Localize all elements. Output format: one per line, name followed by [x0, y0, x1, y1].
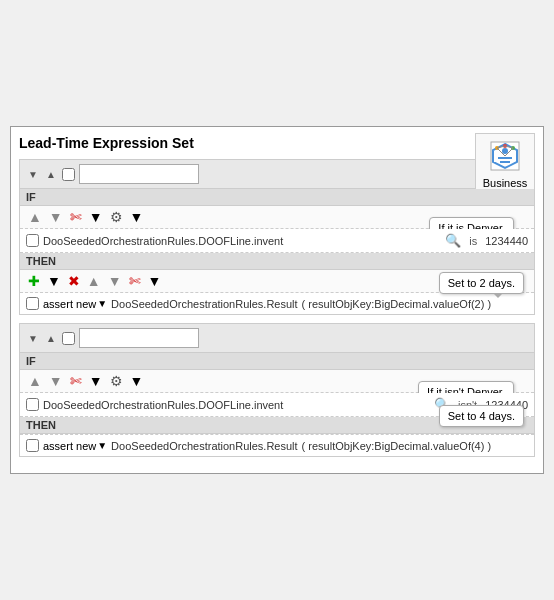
rule-2-if-down-btn[interactable]: ▼	[47, 373, 65, 389]
rule-2-then-tooltip: Set to 4 days.	[439, 405, 524, 427]
rule-2-assert-row: assert new ▼ DooSeededOrchestrationRules…	[20, 434, 534, 456]
rule-1-condition-field: DooSeededOrchestrationRules.DOOFLine.inv…	[43, 235, 441, 247]
rule-2-name-input[interactable]: Rule 2	[79, 328, 199, 348]
rule-2-if-gear-dropdown-btn[interactable]: ▼	[128, 373, 146, 389]
rule-2-assert-dropdown[interactable]: ▼	[97, 440, 107, 451]
rule-2-block: ▼ ▲ Rule 2 IF ▲ ▼ ✄ ▼ ⚙ ▼ If it isn't De…	[19, 323, 535, 457]
rule-1-assert-new-btn[interactable]: assert new ▼	[43, 298, 107, 310]
rule-2-if-gear-btn[interactable]: ⚙	[108, 373, 125, 389]
rule-1-if-toolbar: ▲ ▼ ✄ ▼ ⚙ ▼ If it is Denver.	[20, 206, 534, 229]
rule-1-then-tooltip: Set to 2 days.	[439, 272, 524, 294]
rule-1-search-icon[interactable]: 🔍	[445, 233, 461, 248]
rule-1-then-plus-dropdown-btn[interactable]: ▼	[45, 273, 63, 289]
rule-1-if-section: IF ▲ ▼ ✄ ▼ ⚙ ▼ If it is Denver. DooSeede…	[20, 189, 534, 253]
rule-1-if-dropdown-btn[interactable]: ▼	[87, 209, 105, 225]
rule-2-if-scissors-btn[interactable]: ✄	[68, 373, 84, 389]
rule-1-name-input[interactable]: Rule 1	[79, 164, 199, 184]
rule-1-if-scissors-btn[interactable]: ✄	[68, 209, 84, 225]
rule-1-if-up-btn[interactable]: ▲	[26, 209, 44, 225]
rule-2-assert-new-text: assert new	[43, 440, 96, 452]
rule-1-then-down-btn[interactable]: ▼	[106, 273, 124, 289]
rule-2-collapse-btn[interactable]: ▼	[26, 333, 40, 344]
rule-2-if-up-btn[interactable]: ▲	[26, 373, 44, 389]
rule-1-if-label: IF	[20, 189, 534, 206]
rule-1-condition-checkbox[interactable]	[26, 234, 39, 247]
rule-2-if-label: IF	[20, 353, 534, 370]
rule-1-condition-op: is	[465, 235, 481, 247]
rule-1-condition-row: DooSeededOrchestrationRules.DOOFLine.inv…	[20, 229, 534, 253]
rule-1-assert-dropdown[interactable]: ▼	[97, 298, 107, 309]
rule-2-condition-field: DooSeededOrchestrationRules.DOOFLine.inv…	[43, 399, 430, 411]
rule-1-if-gear-dropdown-btn[interactable]: ▼	[128, 209, 146, 225]
rule-1-assert-new-text: assert new	[43, 298, 96, 310]
rule-2-sort-btn[interactable]: ▲	[44, 333, 58, 344]
rule-2-condition-checkbox[interactable]	[26, 398, 39, 411]
svg-rect-4	[500, 161, 510, 163]
rule-1-collapse-btn[interactable]: ▼	[26, 169, 40, 180]
rule-2-assert-field: DooSeededOrchestrationRules.Result	[111, 440, 298, 452]
rule-1-sort-btn[interactable]: ▲	[44, 169, 58, 180]
rule-1-if-gear-btn[interactable]: ⚙	[108, 209, 125, 225]
rule-1-then-scissors-dropdown-btn[interactable]: ▼	[146, 273, 164, 289]
rule-2-if-dropdown-btn[interactable]: ▼	[87, 373, 105, 389]
rule-2-header: ▼ ▲ Rule 2	[20, 324, 534, 353]
rule-1-then-scissors-btn[interactable]: ✄	[127, 273, 143, 289]
svg-rect-3	[498, 157, 512, 159]
rule-2-assert-expression: ( resultObjKey:BigDecimal.valueOf(4) )	[302, 440, 492, 452]
rule-1-checkbox[interactable]	[62, 168, 75, 181]
rule-2-if-toolbar: ▲ ▼ ✄ ▼ ⚙ ▼ If it isn't Denver.	[20, 370, 534, 393]
rule-2-assert-checkbox[interactable]	[26, 439, 39, 452]
svg-point-2	[502, 148, 508, 154]
rule-1-then-up-btn[interactable]: ▲	[85, 273, 103, 289]
rule-1-then-section: THEN ✚ ▼ ✖ ▲ ▼ ✄ ▼ Set to 2 days. assert…	[20, 253, 534, 314]
rule-1-then-plus-btn[interactable]: ✚	[26, 273, 42, 289]
page-title: Lead-Time Expression Set	[19, 135, 535, 151]
rule-1-then-x-btn[interactable]: ✖	[66, 273, 82, 289]
rule-1-header: ▼ ▲ Rule 1	[20, 160, 534, 189]
rule-1-block: ▼ ▲ Rule 1 IF ▲ ▼ ✄ ▼ ⚙ ▼ If it is Denve…	[19, 159, 535, 315]
rule-1-assert-field: DooSeededOrchestrationRules.Result	[111, 298, 298, 310]
rule-1-assert-checkbox[interactable]	[26, 297, 39, 310]
rule-1-condition-value: 1234440	[485, 235, 528, 247]
rule-1-then-toolbar: ✚ ▼ ✖ ▲ ▼ ✄ ▼ Set to 2 days.	[20, 270, 534, 293]
main-container: Lead-Time Expression Set BusinessRule	[10, 126, 544, 474]
rule-2-then-section: THEN assert new ▼ DooSeededOrchestration…	[20, 417, 534, 456]
rule-2-assert-new-btn[interactable]: assert new ▼	[43, 440, 107, 452]
business-rule-img	[487, 138, 523, 174]
rule-1-assert-expression: ( resultObjKey:BigDecimal.valueOf(2) )	[302, 298, 492, 310]
rule-1-if-down-btn[interactable]: ▼	[47, 209, 65, 225]
rule-1-assert-row: assert new ▼ DooSeededOrchestrationRules…	[20, 293, 534, 314]
rule-1-then-label: THEN	[20, 253, 534, 270]
rule-2-checkbox[interactable]	[62, 332, 75, 345]
